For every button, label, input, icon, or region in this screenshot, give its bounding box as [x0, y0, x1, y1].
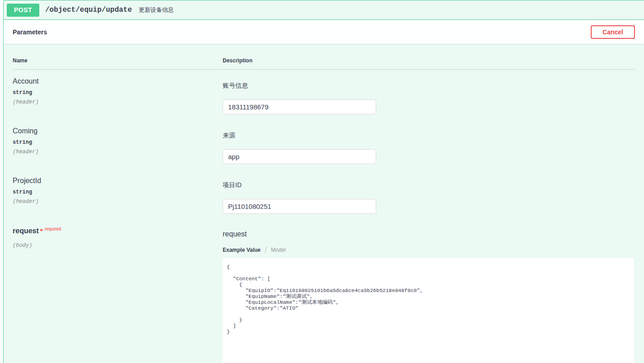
parameters-title: Parameters [13, 28, 47, 36]
endpoint-summary: 更新设备信息 [139, 6, 174, 14]
table-row: Account string (header) 账号信息 [13, 70, 635, 119]
param-name-cell: ProjectId string (header) [13, 169, 223, 219]
param-name: ProjectId [13, 177, 223, 185]
account-input[interactable] [223, 99, 376, 114]
param-description-cell: 账号信息 [223, 70, 635, 119]
table-row: request*required (body) request Example … [13, 219, 635, 363]
coming-input[interactable] [223, 149, 376, 164]
param-description: 项目ID [223, 180, 635, 189]
parameters-section-header: Parameters Cancel [4, 20, 644, 44]
param-name: Coming [13, 127, 223, 135]
cancel-button[interactable]: Cancel [591, 25, 635, 39]
name-column-header: Name [13, 57, 223, 64]
param-description-cell: request Example Value Model [223, 219, 635, 363]
description-column-header: Description [223, 57, 635, 64]
param-description: 来源 [223, 131, 635, 140]
param-description-cell: 来源 [223, 119, 635, 169]
projectid-input[interactable] [223, 199, 376, 214]
param-location: (header) [13, 149, 223, 155]
operation-panel: POST /object/equip/update 更新设备信息 Paramet… [3, 0, 644, 363]
param-name: Account [13, 77, 223, 85]
http-method-badge: POST [7, 4, 39, 17]
tab-example-value[interactable]: Example Value [223, 247, 261, 253]
param-location: (header) [13, 99, 223, 105]
param-name: request [13, 227, 39, 235]
request-body-textarea[interactable] [223, 258, 634, 363]
param-description-cell: 项目ID [223, 169, 635, 219]
table-header-row: Name Description [13, 44, 635, 70]
param-location: (header) [13, 198, 223, 205]
required-star: * [40, 227, 43, 235]
param-description: 账号信息 [223, 81, 635, 90]
endpoint-path: /object/equip/update [45, 6, 132, 14]
table-row: ProjectId string (header) 项目ID [13, 169, 635, 219]
param-name-cell: request*required (body) [13, 219, 223, 363]
tab-divider [265, 246, 266, 253]
param-type: string [13, 139, 223, 146]
param-name-cell: Account string (header) [13, 70, 223, 119]
param-type: string [13, 189, 223, 195]
param-location: (body) [13, 242, 223, 249]
param-type: string [13, 90, 223, 96]
tab-model[interactable]: Model [271, 247, 286, 253]
required-label: required [45, 226, 61, 231]
example-model-tabs: Example Value Model [223, 246, 635, 253]
operation-summary[interactable]: POST /object/equip/update 更新设备信息 [4, 0, 644, 20]
table-row: Coming string (header) 来源 [13, 119, 635, 169]
param-name-cell: Coming string (header) [13, 119, 223, 169]
parameters-table: Name Description Account string (header)… [4, 44, 644, 363]
param-description: request [223, 230, 635, 238]
